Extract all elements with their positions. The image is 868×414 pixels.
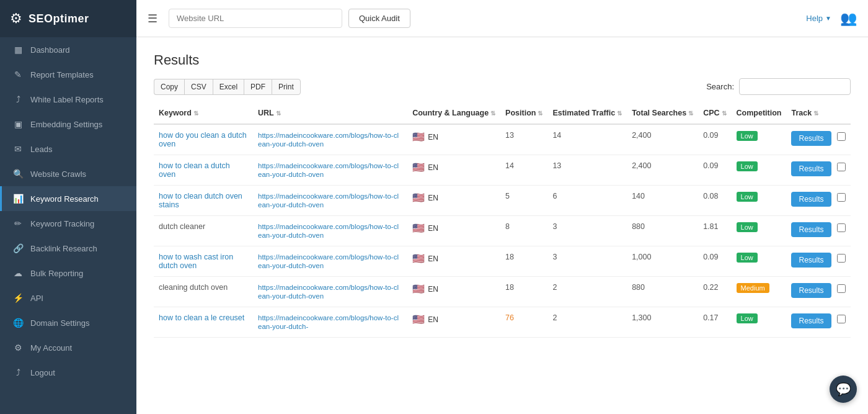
sidebar-item-leads[interactable]: ✉ Leads <box>0 137 136 161</box>
sidebar-item-dashboard[interactable]: ▦ Dashboard <box>0 37 136 62</box>
results-button[interactable]: Results <box>791 222 831 237</box>
export-btn-copy[interactable]: Copy <box>154 79 184 95</box>
sidebar-item-keyword-tracking[interactable]: ✏ Keyword Tracking <box>0 211 136 236</box>
traffic-value: 6 <box>552 192 557 200</box>
cpc-cell: 0.22 <box>698 277 731 307</box>
track-checkbox[interactable] <box>837 132 846 141</box>
competition-cell: Low <box>732 216 787 246</box>
user-icon[interactable]: 👥 <box>840 11 857 27</box>
export-btn-pdf[interactable]: PDF <box>244 79 272 95</box>
sidebar-item-website-crawls[interactable]: 🔍 Website Crawls <box>0 161 136 186</box>
estimated-traffic-cell: 3 <box>547 246 627 277</box>
position-cell: 18 <box>500 277 547 307</box>
cpc-value: 0.17 <box>703 313 718 322</box>
total-searches-cell: 1,300 <box>627 307 698 338</box>
cpc-cell: 0.09 <box>698 124 731 155</box>
sidebar-icon-backlink-research: 🔗 <box>13 243 23 253</box>
topbar: ☰ Quick Audit Help ▼ 👥 <box>136 0 868 37</box>
competition-badge: Low <box>737 222 758 232</box>
content-area: Results CopyCSVExcelPDFPrint Search: Key… <box>136 37 868 414</box>
sidebar-item-keyword-research[interactable]: 📊 Keyword Research <box>0 186 136 211</box>
country-language-cell: 🇺🇸EN <box>407 216 500 246</box>
col-estimated-traffic[interactable]: Estimated Traffic⇅ <box>547 102 627 124</box>
sidebar-item-logout[interactable]: ⤴ Logout <box>0 360 136 385</box>
competition-cell: Low <box>732 124 787 155</box>
results-button[interactable]: Results <box>791 131 831 146</box>
url-input[interactable] <box>169 9 342 28</box>
searches-value: 880 <box>632 222 645 231</box>
results-button[interactable]: Results <box>791 161 831 176</box>
position-value: 76 <box>505 313 514 322</box>
results-button[interactable]: Results <box>791 253 831 268</box>
export-btn-csv[interactable]: CSV <box>184 79 213 95</box>
table-row: how do you clean a dutch ovenhttps://mad… <box>154 124 851 155</box>
sidebar-item-embedding-settings[interactable]: ▣ Embedding Settings <box>0 112 136 137</box>
table-row: how to clean a dutch ovenhttps://madeinc… <box>154 155 851 186</box>
sidebar-label-website-crawls: Website Crawls <box>30 169 86 179</box>
searches-value: 2,400 <box>632 131 651 140</box>
sidebar-item-bulk-reporting[interactable]: ☁ Bulk Reporting <box>0 261 136 286</box>
searches-value: 1,300 <box>632 313 651 322</box>
track-checkbox[interactable] <box>837 193 846 202</box>
country-language-cell: 🇺🇸EN <box>407 246 500 277</box>
sidebar-label-logout: Logout <box>30 368 55 377</box>
quick-audit-button[interactable]: Quick Audit <box>348 9 410 28</box>
position-value: 5 <box>505 192 510 200</box>
track-checkbox[interactable] <box>837 284 846 293</box>
track-checkbox[interactable] <box>837 254 846 263</box>
search-input[interactable] <box>739 78 851 95</box>
sidebar-icon-website-crawls: 🔍 <box>13 169 23 179</box>
sidebar-item-white-label-reports[interactable]: ⤴ White Label Reports <box>0 87 136 112</box>
col-track[interactable]: Track⇅ <box>786 102 851 124</box>
col-total-searches[interactable]: Total Searches⇅ <box>627 102 698 124</box>
keyword-link[interactable]: how do you clean a dutch oven <box>159 131 247 148</box>
results-button[interactable]: Results <box>791 313 831 328</box>
sidebar-label-keyword-research: Keyword Research <box>30 194 99 204</box>
sidebar-item-report-templates[interactable]: ✎ Report Templates <box>0 62 136 87</box>
chat-bubble[interactable]: 💬 <box>830 376 857 403</box>
keyword-link[interactable]: how to clean a dutch oven <box>159 161 230 179</box>
traffic-value: 3 <box>552 222 557 231</box>
keyword-cell: how to clean a dutch oven <box>154 155 253 186</box>
keyword-link[interactable]: how to wash cast iron dutch oven <box>159 253 233 270</box>
track-checkbox[interactable] <box>837 315 846 323</box>
sidebar-label-api: API <box>30 294 43 303</box>
hamburger-icon[interactable]: ☰ <box>148 12 157 25</box>
sidebar-icon-api: ⚡ <box>13 293 23 303</box>
track-checkbox[interactable] <box>837 163 846 171</box>
col-position[interactable]: Position⇅ <box>500 102 547 124</box>
cpc-cell: 1.81 <box>698 216 731 246</box>
position-cell: 18 <box>500 246 547 277</box>
sidebar-label-embedding-settings: Embedding Settings <box>30 120 102 129</box>
track-cell: Results <box>786 307 851 338</box>
sort-icon: ⇅ <box>490 110 495 117</box>
col-country---language[interactable]: Country & Language⇅ <box>407 102 500 124</box>
results-button[interactable]: Results <box>791 192 831 207</box>
export-btn-excel[interactable]: Excel <box>213 79 244 95</box>
sidebar-item-domain-settings[interactable]: 🌐 Domain Settings <box>0 310 136 335</box>
track-checkbox[interactable] <box>837 223 846 232</box>
searches-value: 2,400 <box>632 161 651 170</box>
keyword-link[interactable]: how to clean a le creuset <box>159 313 244 322</box>
col-cpc[interactable]: CPC⇅ <box>698 102 731 124</box>
col-keyword[interactable]: Keyword⇅ <box>154 102 253 124</box>
sidebar-label-dashboard: Dashboard <box>30 45 70 55</box>
export-btn-print[interactable]: Print <box>272 79 301 95</box>
sidebar-label-domain-settings: Domain Settings <box>30 318 89 328</box>
results-button[interactable]: Results <box>791 283 831 298</box>
help-button[interactable]: Help ▼ <box>806 14 831 23</box>
url-cell: https://madeincookware.com/blogs/how-to-… <box>253 216 407 246</box>
sidebar-item-my-account[interactable]: ⚙ My Account <box>0 335 136 360</box>
cpc-value: 0.09 <box>703 131 718 140</box>
table-body: how do you clean a dutch ovenhttps://mad… <box>154 124 851 338</box>
country-language-cell: 🇺🇸EN <box>407 155 500 186</box>
sidebar-item-api[interactable]: ⚡ API <box>0 286 136 310</box>
country-language-cell: 🇺🇸EN <box>407 277 500 307</box>
keyword-cell: dutch cleaner <box>154 216 253 246</box>
track-cell: Results <box>786 216 851 246</box>
sidebar-label-backlink-research: Backlink Research <box>30 244 97 253</box>
col-url[interactable]: URL⇅ <box>253 102 407 124</box>
sidebar-item-backlink-research[interactable]: 🔗 Backlink Research <box>0 236 136 261</box>
keyword-link[interactable]: how to clean dutch oven stains <box>159 192 242 209</box>
estimated-traffic-cell: 13 <box>547 155 627 186</box>
